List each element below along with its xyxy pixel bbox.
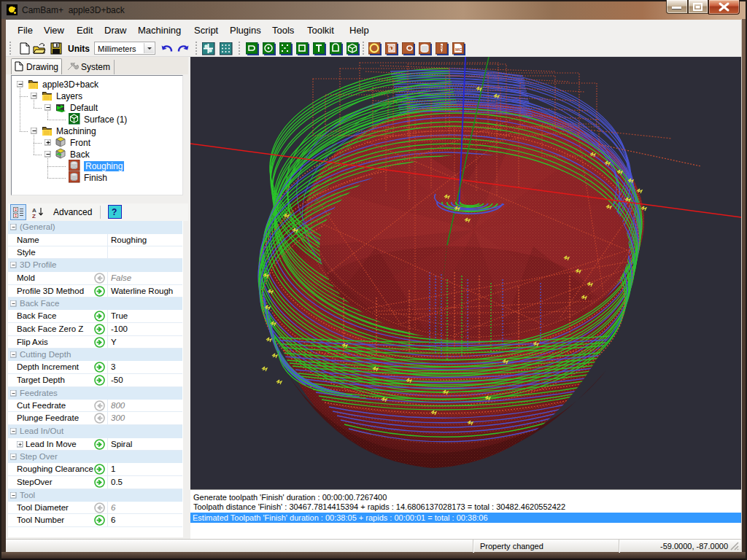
svg-text:Z: Z (32, 213, 36, 218)
svg-text:MC: MC (455, 47, 462, 52)
